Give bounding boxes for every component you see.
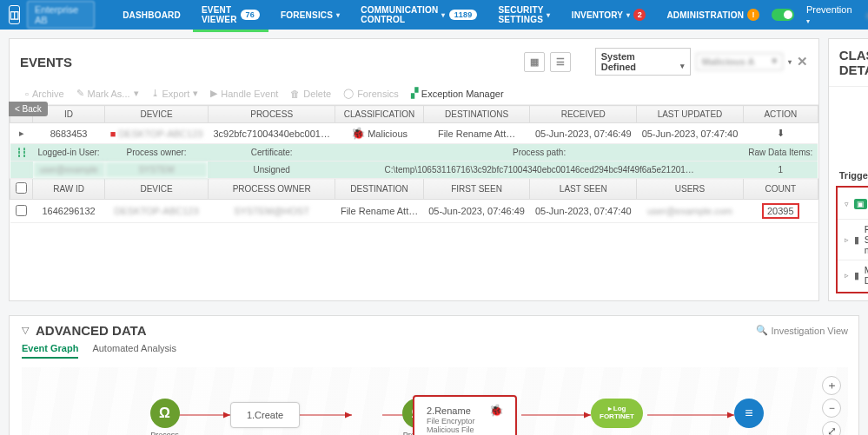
col-first[interactable]: FIRST SEEN: [423, 179, 530, 200]
rule-item[interactable]: ▿ ▣ Binary Ransomware Prevention: [838, 189, 868, 220]
zoom-in-button[interactable]: ＋: [822, 376, 841, 395]
nav-label: FORENSICS: [281, 10, 333, 20]
cell-process: 3c92bfc71004340ebc001…: [208, 123, 335, 144]
col-users[interactable]: USERS: [637, 179, 744, 200]
row-checkbox[interactable]: [16, 205, 27, 216]
back-button[interactable]: < Back: [9, 102, 48, 116]
col-classification[interactable]: CLASSIFICATION: [335, 106, 423, 123]
filter-scope-select[interactable]: System Defined: [595, 48, 691, 76]
cell-device: ■ DESKTOP-ABC123: [105, 123, 209, 144]
zoom-out-button[interactable]: －: [822, 399, 841, 418]
events-header-row: ID DEVICE PROCESS CLASSIFICATION DESTINA…: [10, 106, 818, 123]
archive-button[interactable]: ▫ Archive: [25, 89, 64, 99]
event-count-badge: 76: [241, 10, 260, 20]
exception-manager-button[interactable]: ▞ Exception Manager: [411, 88, 504, 99]
rule-item[interactable]: ▹ ▮ File Encryptor - Suspicious file mod…: [838, 220, 868, 260]
events-panel: EVENTS ▦ ☰ System Defined Malicious A ▾ …: [9, 38, 819, 301]
list-view-button[interactable]: ☰: [550, 52, 571, 72]
classification-panel: CLASSIFICATION DETAILS Triggered Rules ▿…: [828, 38, 868, 301]
org-selector[interactable]: Enterprise AB: [27, 1, 95, 29]
bug-icon: 🐞: [489, 404, 503, 417]
tree-expand-icon[interactable]: ▹: [845, 271, 849, 280]
nav-dashboard[interactable]: DASHBOARD: [114, 0, 189, 32]
investigation-view-link[interactable]: 🔍 Investigation View: [756, 325, 848, 336]
col-dest[interactable]: DESTINATION: [335, 179, 423, 200]
delete-button[interactable]: 🗑 Delete: [290, 89, 331, 99]
tree-expand-icon[interactable]: ▹: [845, 235, 849, 244]
label-cert: Certificate:: [208, 144, 335, 161]
main-nav: DASHBOARD EVENT VIEWER 76 FORENSICS▾ COM…: [114, 0, 768, 32]
col-lastupdated[interactable]: LAST UPDATED: [637, 106, 744, 123]
tree-expand-icon[interactable]: ▿: [845, 200, 849, 208]
grid-view-button[interactable]: ▦: [524, 52, 545, 72]
val-owner: SYSTEM: [105, 161, 209, 179]
rule-text: File Encryptor - Suspicious file modific…: [865, 224, 868, 255]
col-rawid[interactable]: RAW ID: [33, 179, 105, 200]
col-process[interactable]: PROCESS: [208, 106, 335, 123]
file-icon: ▮: [854, 270, 859, 281]
col-destinations[interactable]: DESTINATIONS: [423, 106, 530, 123]
advanced-data-panel: ▽ ADVANCED DATA 🔍 Investigation View Eve…: [9, 315, 859, 435]
cell-action[interactable]: ⬇: [743, 123, 818, 144]
clear-filter-icon[interactable]: ✕: [797, 54, 808, 69]
graph-action-rename[interactable]: 2.Rename 🐞 File Encryptor Malicious File…: [413, 395, 517, 435]
node-label: Process: [143, 431, 186, 435]
cell-users: user@example.com: [637, 200, 744, 223]
col-device2[interactable]: DEVICE: [105, 179, 209, 200]
graph-node-file[interactable]: ≡ effw.cat: [734, 399, 764, 435]
markas-button[interactable]: ✎ Mark As... ▾: [76, 88, 139, 99]
nav-forensics[interactable]: FORENSICS▾: [272, 0, 348, 32]
tab-automated-analysis[interactable]: Automated Analysis: [92, 343, 176, 359]
expand-icon[interactable]: ▸: [19, 128, 24, 138]
comm-badge: 1189: [449, 10, 478, 20]
nav-comm-control[interactable]: COMMUNICATION CONTROL▾ 1189: [352, 0, 486, 32]
triggered-rules-box: ▿ ▣ Binary Ransomware Prevention ▹ ▮ Fil…: [836, 186, 868, 293]
box-line: File Encryptor: [427, 417, 503, 425]
tab-event-graph[interactable]: Event Graph: [22, 343, 78, 359]
box-title: 2.Rename: [427, 405, 471, 416]
mode-toggle[interactable]: [772, 9, 794, 21]
nav-label: SECURITY SETTINGS: [498, 5, 543, 24]
nav-label: COMMUNICATION CONTROL: [361, 5, 438, 24]
topbar-right: Prevention ▾ admin: [772, 4, 868, 25]
top-nav: ◫ Enterprise AB DASHBOARD EVENT VIEWER 7…: [0, 0, 868, 30]
cell-dest2: File Rename Att…: [335, 200, 423, 223]
graph-node-log[interactable]: ▸ LogFORTINET: [591, 399, 643, 431]
graph-action-create[interactable]: 1.Create: [230, 402, 300, 428]
collapse-icon[interactable]: ▽: [22, 325, 29, 336]
rule-item[interactable]: ▹ ▮ Malicious File Detected: [838, 260, 868, 290]
triggered-rules-label: Triggered Rules: [829, 163, 868, 184]
cell-id: 8683453: [33, 123, 105, 144]
nav-security[interactable]: SECURITY SETTINGS▾: [489, 0, 559, 32]
event-graph-canvas[interactable]: Ω Process explorer.exe 1.Create Ω Proces…: [22, 367, 848, 435]
label-user: Logged-in User:: [33, 144, 105, 161]
event-row[interactable]: ▸ 8683453 ■ DESKTOP-ABC123 3c92bfc710043…: [10, 123, 818, 144]
cell-first: 05-Jun-2023, 07:46:49: [423, 200, 530, 223]
zoom-reset-button[interactable]: ⤢: [822, 421, 841, 435]
col-device[interactable]: DEVICE: [105, 106, 209, 123]
col-action[interactable]: ACTION: [743, 106, 818, 123]
nav-admin[interactable]: ADMINISTRATION !: [658, 0, 768, 32]
cell-lastupdated: 05-Jun-2023, 07:47:40: [637, 123, 744, 144]
dots-icon[interactable]: ┇┇: [17, 148, 27, 157]
col-received[interactable]: RECEIVED: [530, 106, 637, 123]
col-last[interactable]: LAST SEEN: [530, 179, 637, 200]
select-all-checkbox[interactable]: [16, 182, 27, 194]
zoom-controls: ＋ － ⤢: [822, 376, 841, 435]
col-count[interactable]: COUNT: [743, 179, 818, 200]
handle-event-button[interactable]: ▶ Handle Event: [210, 88, 278, 99]
filter-value-select[interactable]: Malicious A: [696, 53, 783, 70]
val-raw: 1: [743, 161, 818, 179]
mode-label[interactable]: Prevention ▾: [806, 4, 854, 25]
forensics-button[interactable]: ◯ Forensics: [343, 88, 399, 99]
subtable-row[interactable]: 1646296132 DESKTOP-ABC123 SYSTEM@HOST Fi…: [10, 200, 818, 223]
nav-event-viewer[interactable]: EVENT VIEWER 76: [193, 0, 268, 32]
label-owner: Process owner:: [105, 144, 209, 161]
chevron-down-icon: ▾: [336, 11, 340, 19]
nav-inventory[interactable]: INVENTORY▾ 2: [563, 0, 655, 32]
col-owner[interactable]: PROCESS OWNER: [208, 179, 335, 200]
chevron-down-icon: ▾: [547, 11, 550, 19]
graph-node-process[interactable]: Ω Process explorer.exe: [143, 399, 186, 435]
export-button[interactable]: ⤓ Export ▾: [151, 88, 199, 99]
cell-received: 05-Jun-2023, 07:46:49: [530, 123, 637, 144]
